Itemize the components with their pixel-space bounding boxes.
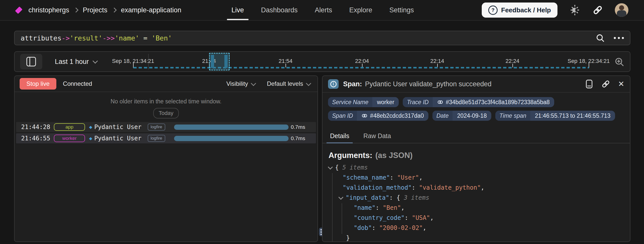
copy-span-link-button[interactable] (601, 79, 611, 89)
breadcrumb-org[interactable]: christophergs (28, 6, 69, 14)
empty-window-message: No older items in the selected time wind… (15, 98, 317, 105)
span-title: Pydantic User (94, 135, 142, 142)
chevron-down-icon (93, 58, 98, 63)
feedback-help-button[interactable]: ? Feedback / Help (482, 3, 557, 18)
sql-query-text: attributes->'result'->>'name' = 'Ben' (21, 34, 172, 42)
tab-raw-data[interactable]: Raw Data (361, 132, 393, 143)
json-close-brace: } (329, 233, 624, 242)
user-avatar[interactable] (615, 3, 628, 17)
visibility-dropdown[interactable]: Visibility (226, 80, 255, 87)
link-icon[interactable] (361, 113, 368, 119)
timeline-bar: Last 1 hour Sep 18, 21:34:21 21:44 21:54… (14, 51, 630, 72)
timeline-zoom-button[interactable] (614, 57, 624, 67)
arguments-heading: Arguments:(as JSON) (329, 151, 624, 160)
collapse-caret-icon[interactable] (338, 195, 343, 200)
close-panel-button[interactable]: ✕ (618, 80, 624, 88)
timeline-selection-window[interactable] (209, 53, 230, 70)
breadcrumb: christophergs Projects example-applicati… (16, 0, 181, 20)
live-view-panel: Stop live Connected Visibility Default l… (14, 75, 318, 242)
close-icon: ✕ (618, 80, 624, 88)
time-range-dropdown[interactable]: Last 1 hour (55, 52, 97, 71)
breadcrumb-project-name[interactable]: example-application (121, 6, 181, 14)
dock-bottom-icon (585, 79, 593, 89)
span-time: 21:46:55 (21, 135, 51, 142)
timeline-activity-baseline[interactable] (133, 67, 589, 68)
tab-explore[interactable]: Explore (344, 0, 378, 20)
nav-right-group: ? Feedback / Help (482, 0, 628, 20)
breadcrumb-projects[interactable]: Projects (83, 6, 107, 14)
link-icon (592, 5, 603, 16)
search-icon (596, 33, 605, 43)
link-icon (601, 79, 611, 89)
logfire-app: christophergs Projects example-applicati… (0, 0, 644, 244)
default-levels-dropdown[interactable]: Default levels (267, 80, 310, 87)
json-entry: "country_code": "USA", (329, 213, 624, 223)
connection-status: Connected (63, 80, 92, 87)
tab-alerts[interactable]: Alerts (309, 0, 338, 20)
span-detail-tabs: Details Raw Data (323, 132, 630, 143)
span-detail-title: Pydantic User validate_python succeeded (365, 80, 492, 88)
json-entry: "schema_name": "User", (329, 173, 624, 183)
json-entry: "dob": "2000-02-02", (329, 223, 624, 233)
panel-left-icon (26, 57, 36, 66)
main-tabs: Live Dashboards Alerts Explore Settings (226, 0, 419, 20)
span-duration-bar[interactable] (174, 136, 289, 141)
service-tag-badge: worker (54, 135, 85, 142)
span-id-badge: Span ID #48eb2cdcdc317da0 (328, 111, 428, 121)
service-tag-badge: app (54, 123, 85, 131)
span-row[interactable]: 21:44:28 app ◆ Pydantic User logfire 0.7… (16, 122, 316, 132)
question-circle-icon: ? (488, 6, 498, 15)
logfire-logo-icon[interactable] (15, 6, 23, 14)
span-kind-label: Span: (343, 80, 362, 88)
span-detail-header: i Span: Pydantic User validate_python su… (323, 76, 630, 93)
chevron-right-icon (73, 8, 78, 13)
info-icon: i (328, 79, 339, 89)
top-nav: christophergs Projects example-applicati… (0, 0, 644, 21)
service-name-badge: Service Name worker (328, 97, 399, 107)
span-list: 21:44:28 app ◆ Pydantic User logfire 0.7… (15, 122, 317, 143)
span-time: 21:44:28 (21, 124, 51, 131)
collapse-caret-icon[interactable] (328, 165, 333, 170)
span-detail-actions: ✕ (585, 79, 624, 89)
tab-live[interactable]: Live (226, 0, 250, 20)
share-link-button[interactable] (592, 5, 603, 16)
chevron-down-icon (306, 81, 311, 86)
tab-details[interactable]: Details (328, 132, 351, 143)
dock-panel-button[interactable] (585, 79, 593, 89)
span-diamond-icon: ◆ (89, 135, 92, 141)
chevron-down-icon (251, 81, 256, 86)
span-duration: 0.7ms (291, 124, 305, 130)
json-entry: "input_data": { 3 items (329, 193, 624, 203)
live-panel-header: Stop live Connected Visibility Default l… (15, 76, 317, 92)
sidebar-toggle-button[interactable] (20, 54, 42, 69)
json-root-line: { 5 items (329, 162, 624, 173)
sun-moon-icon (569, 4, 581, 16)
time-span-badge: Time span 21:46:55.713 to 21:46:55.713 (495, 111, 615, 121)
span-duration: 0.7ms (291, 135, 305, 141)
tab-settings[interactable]: Settings (384, 0, 420, 20)
span-diamond-icon: ◆ (89, 124, 92, 130)
query-more-menu-button[interactable] (614, 37, 624, 39)
theme-toggle-button[interactable] (569, 4, 581, 16)
query-bar-actions (596, 33, 624, 43)
json-entry: "name": "Ben", (329, 203, 624, 213)
stop-live-button[interactable]: Stop live (20, 78, 56, 90)
run-search-button[interactable] (596, 33, 605, 43)
span-attribute-badges: Service Name worker Trace ID #34bd8e51d7… (323, 93, 630, 126)
tab-dashboards[interactable]: Dashboards (256, 0, 303, 20)
link-icon[interactable] (437, 99, 443, 105)
span-detail-panel: i Span: Pydantic User validate_python su… (322, 75, 630, 242)
chevron-right-icon (112, 8, 117, 13)
ellipsis-icon (614, 37, 624, 39)
json-entry: "validation_method": "validate_python", (329, 183, 624, 193)
today-button[interactable]: Today (153, 108, 179, 118)
span-title: Pydantic User (94, 124, 142, 131)
zoom-in-icon (614, 57, 624, 67)
trace-id-badge: Trace ID #34bd8e51d73c3f4c8a189b72338a5b… (403, 97, 554, 107)
span-details-content: Arguments:(as JSON) { 5 items "schema_na… (323, 143, 630, 242)
span-row[interactable]: 21:46:55 worker ◆ Pydantic User logfire … (16, 133, 316, 143)
span-duration-bar[interactable] (174, 125, 289, 130)
date-badge: Date 2024-09-18 (432, 111, 491, 121)
query-input[interactable]: attributes->'result'->>'name' = 'Ben' (14, 31, 630, 45)
json-tree-viewer: { 5 items "schema_name": "User", "valida… (329, 162, 624, 242)
